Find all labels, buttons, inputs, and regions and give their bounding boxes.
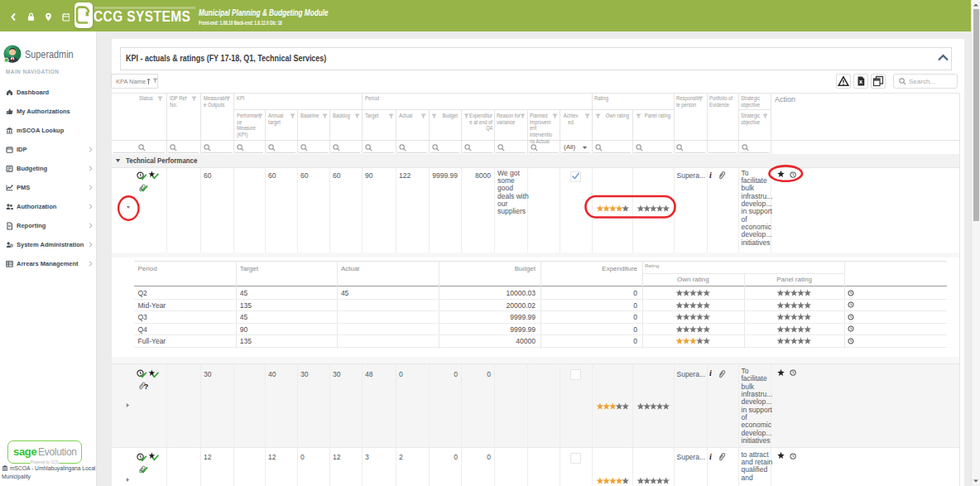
svg-text:?: ?	[144, 383, 149, 391]
